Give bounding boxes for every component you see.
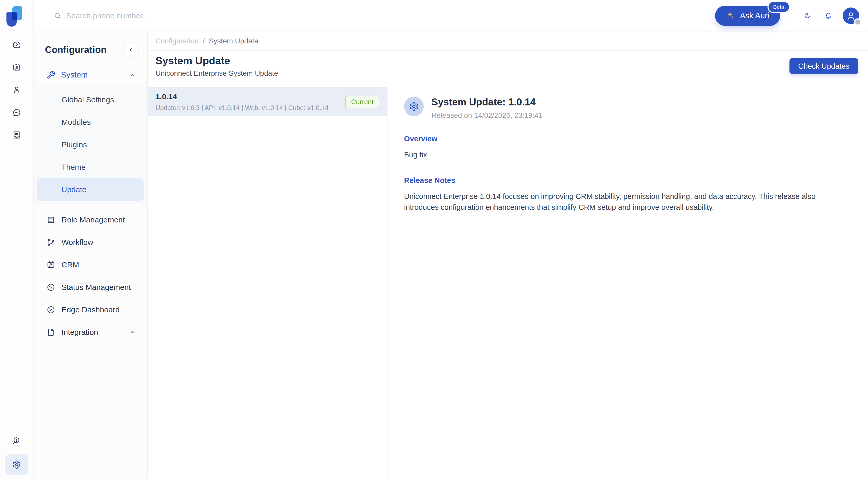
user-icon[interactable] <box>9 82 24 98</box>
breadcrumb: Configuration / System Update <box>148 32 868 51</box>
gauge-circle-icon <box>46 283 55 292</box>
wrench-icon <box>46 70 55 79</box>
sidebar-item-label: CRM <box>61 261 79 269</box>
settings-gear-icon[interactable] <box>5 454 28 475</box>
gauge-circle-icon <box>46 305 55 314</box>
chevron-left-icon <box>127 46 134 54</box>
update-content: 1.0.14 Updater: v1.0.3 | API: v1.0.14 | … <box>148 82 868 479</box>
search-input[interactable] <box>66 11 273 20</box>
beta-badge: Beta <box>768 1 790 13</box>
topbar: Ask Auri Beta <box>34 0 868 32</box>
sidebar-title: Configuration <box>45 44 107 55</box>
sidebar-item-label: Integration <box>61 328 98 337</box>
dashboard-gauge-icon[interactable] <box>9 37 24 53</box>
rail-nav <box>9 37 24 143</box>
page-header: System Update Uniconnect Enterprise Syst… <box>148 51 868 82</box>
search-icon <box>54 12 61 20</box>
app-root: Ask Auri Beta <box>0 0 868 479</box>
system-submenu: Global Settings Modules Plugins Theme Up… <box>34 86 147 204</box>
chevron-down-icon <box>129 329 136 336</box>
detail-header: System Update: 1.0.14 Released on 14/02/… <box>404 97 829 120</box>
sidebar-item-edge-dashboard[interactable]: Edge Dashboard <box>34 298 147 321</box>
page-title: System Update <box>156 55 278 67</box>
check-updates-button[interactable]: Check Updates <box>789 58 858 74</box>
detail-heading-block: System Update: 1.0.14 Released on 14/02/… <box>431 97 542 120</box>
version-list-panel: 1.0.14 Updater: v1.0.3 | API: v1.0.14 | … <box>148 82 388 479</box>
release-notes-heading: Release Notes <box>404 176 829 185</box>
release-date: Released on 14/02/2026, 23:19:41 <box>431 111 542 120</box>
search-diagnostic-icon[interactable] <box>9 433 24 449</box>
release-notes-section: Release Notes Uniconnect Enterprise 1.0.… <box>404 176 829 213</box>
file-icon <box>46 328 55 337</box>
contact-card-icon <box>46 261 55 269</box>
status-dot <box>854 18 861 26</box>
sidebar-collapse-button[interactable] <box>123 42 139 58</box>
version-info: 1.0.14 Updater: v1.0.3 | API: v1.0.14 | … <box>156 92 328 112</box>
app-logo[interactable] <box>6 4 27 32</box>
moon-icon <box>803 12 811 20</box>
page-heading-block: System Update Uniconnect Enterprise Syst… <box>156 55 278 78</box>
version-number: 1.0.14 <box>156 92 328 101</box>
version-list-item[interactable]: 1.0.14 Updater: v1.0.3 | API: v1.0.14 | … <box>148 87 387 116</box>
sidebar-item-workflow[interactable]: Workflow <box>34 231 147 253</box>
sidebar-item-crm[interactable]: CRM <box>34 253 147 276</box>
sidebar-header: Configuration <box>34 32 147 66</box>
notifications-button[interactable] <box>822 9 835 23</box>
sidebar-item-system[interactable]: System <box>34 66 147 86</box>
user-avatar-icon <box>846 10 856 21</box>
logo-shape-dark <box>6 12 17 27</box>
rail-bottom <box>5 433 28 475</box>
global-search <box>54 11 715 20</box>
release-notes-text: Uniconnect Enterprise 1.0.14 focuses on … <box>404 191 829 213</box>
logs-tray-icon[interactable] <box>9 127 24 143</box>
sidebar-menu: Role Management Workflow CRM <box>34 204 147 343</box>
current-version-badge: Current <box>345 96 379 108</box>
sidebar-item-status-management[interactable]: Status Management <box>34 276 147 298</box>
sidebar-item-role-management[interactable]: Role Management <box>34 209 147 231</box>
user-avatar[interactable] <box>843 7 859 24</box>
chevron-up-icon <box>129 71 136 78</box>
page-subtitle: Uniconnect Enterprise System Update <box>156 69 278 78</box>
configuration-sidebar: Configuration System Global Settings Mod… <box>34 32 148 479</box>
sidebar-item-label: Edge Dashboard <box>61 305 120 314</box>
sidebar-item-label: Role Management <box>61 215 125 224</box>
sidebar-item-modules[interactable]: Modules <box>37 111 144 133</box>
overview-heading: Overview <box>404 134 829 143</box>
main-content: Configuration / System Update System Upd… <box>148 32 868 479</box>
icon-rail <box>0 0 34 479</box>
overview-text: Bug fix <box>404 149 829 160</box>
sparkles-icon <box>726 11 736 21</box>
sidebar-item-plugins[interactable]: Plugins <box>37 133 144 156</box>
git-branch-icon <box>46 238 55 247</box>
sidebar-item-integration[interactable]: Integration <box>34 321 147 343</box>
sidebar-item-update[interactable]: Update <box>37 178 144 201</box>
ask-auri-button[interactable]: Ask Auri Beta <box>715 6 780 26</box>
chat-icon[interactable] <box>9 104 24 120</box>
sidebar-item-theme[interactable]: Theme <box>37 156 144 178</box>
breadcrumb-separator: / <box>203 37 205 45</box>
gear-icon <box>409 101 419 111</box>
sidebar-item-system-label: System <box>61 70 123 80</box>
detail-title: System Update: 1.0.14 <box>431 97 542 108</box>
version-detail-panel: System Update: 1.0.14 Released on 14/02/… <box>388 82 868 479</box>
breadcrumb-current: System Update <box>209 37 258 45</box>
role-grid-icon <box>46 215 55 224</box>
sidebar-item-label: Workflow <box>61 238 93 247</box>
topbar-actions: Ask Auri Beta <box>715 6 859 26</box>
bell-icon <box>824 12 832 20</box>
update-avatar <box>404 97 424 116</box>
breadcrumb-parent[interactable]: Configuration <box>156 37 199 45</box>
dark-mode-toggle[interactable] <box>800 9 814 23</box>
contact-book-icon[interactable] <box>9 60 24 75</box>
sidebar-item-label: Status Management <box>61 283 131 292</box>
version-meta: Updater: v1.0.3 | API: v1.0.14 | Web: v1… <box>156 104 328 112</box>
overview-section: Overview Bug fix <box>404 134 829 160</box>
sidebar-item-global-settings[interactable]: Global Settings <box>37 88 144 111</box>
ask-auri-label: Ask Auri <box>740 11 769 21</box>
